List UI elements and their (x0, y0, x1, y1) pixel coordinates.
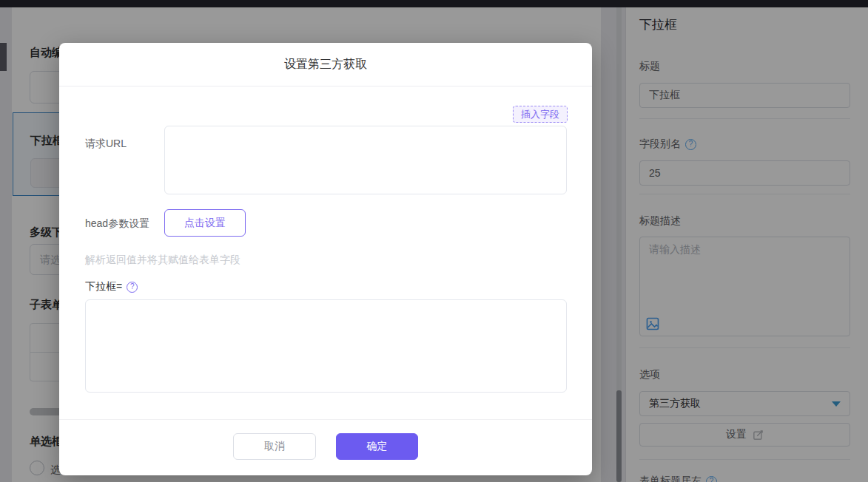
assign-value-textarea[interactable] (85, 299, 567, 393)
request-url-label: 请求URL (85, 138, 127, 151)
head-params-label: head参数设置 (85, 217, 149, 231)
dialog-title: 设置第三方获取 (284, 57, 367, 72)
parse-response-hint: 解析返回值并将其赋值给表单字段 (85, 254, 240, 267)
app-screen: 自动编号 下拉框 多级下拉 请选择 子表单 单选框 选项 下拉框 标题 字段别名… (0, 0, 868, 482)
assign-field-row: 下拉框= ? (85, 280, 138, 293)
dialog-header: 设置第三方获取 (59, 43, 592, 86)
cancel-button[interactable]: 取消 (233, 433, 316, 460)
head-params-setup-button[interactable]: 点击设置 (164, 209, 246, 237)
third-party-fetch-dialog: 设置第三方获取 插入字段 请求URL head参数设置 点击设置 解析返回值并将… (59, 43, 592, 475)
assign-field-label: 下拉框= (85, 280, 122, 293)
assign-help-icon[interactable]: ? (127, 282, 138, 293)
dialog-footer: 取消 确定 (59, 419, 592, 475)
request-url-textarea[interactable] (164, 126, 567, 194)
insert-field-button[interactable]: 插入字段 (513, 106, 568, 123)
confirm-button[interactable]: 确定 (336, 433, 418, 460)
